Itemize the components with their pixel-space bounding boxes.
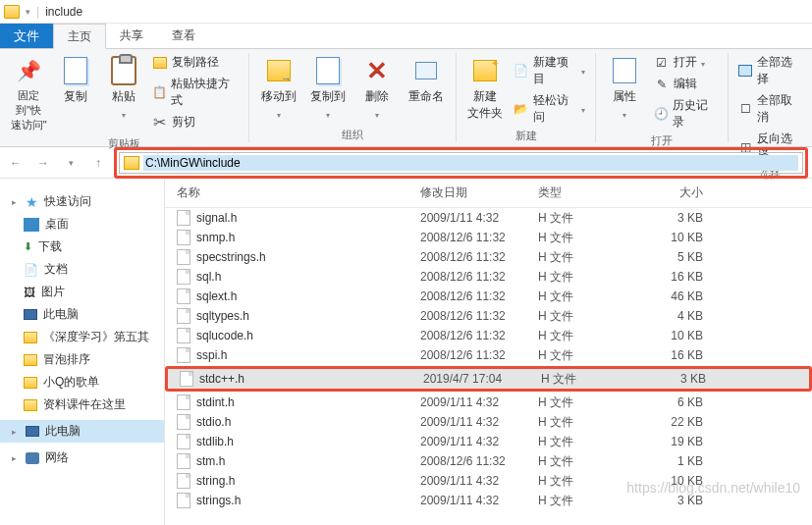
sidebar-folder-deeplearning[interactable]: 《深度学习》第五其 xyxy=(0,326,164,348)
tab-view[interactable]: 查看 xyxy=(158,24,210,48)
ribbon-tabs: 文件 主页 共享 查看 xyxy=(0,24,812,49)
desktop-icon xyxy=(24,218,39,232)
star-icon: ★ xyxy=(26,194,38,210)
address-highlight xyxy=(114,147,808,179)
sidebar-pictures[interactable]: 🖼图片 xyxy=(0,281,164,303)
file-row[interactable]: stdio.h2009/1/11 4:32H 文件22 KB xyxy=(165,412,812,432)
sidebar-desktop[interactable]: 桌面 xyxy=(0,213,164,236)
sidebar-quick-access[interactable]: ▸★快速访问 xyxy=(0,190,164,213)
history-button[interactable]: 🕘历史记录 xyxy=(652,96,720,131)
file-row[interactable]: specstrings.h2008/12/6 11:32H 文件5 KB xyxy=(165,247,812,267)
pin-to-quick-access-button[interactable]: 📌 固定到"快 速访问" xyxy=(8,53,49,134)
copy-button[interactable]: 复制 xyxy=(55,53,96,107)
up-button[interactable]: ↑ xyxy=(86,151,110,175)
file-date: 2019/4/7 17:04 xyxy=(423,372,541,386)
address-bar[interactable] xyxy=(119,152,803,174)
file-type: H 文件 xyxy=(538,249,646,266)
file-type: H 文件 xyxy=(538,434,646,450)
folder-icon xyxy=(24,399,37,411)
cut-button[interactable]: ✂剪切 xyxy=(150,113,241,131)
file-name-text: sql.h xyxy=(196,270,221,284)
paste-button[interactable]: 粘贴 xyxy=(103,53,144,123)
tab-share[interactable]: 共享 xyxy=(106,24,158,48)
qat-down-icon[interactable]: ▾ xyxy=(26,7,30,17)
file-list-pane: 名称 修改日期 类型 大小 signal.h2009/1/11 4:32H 文件… xyxy=(165,179,812,525)
file-size: 10 KB xyxy=(646,474,715,488)
file-date: 2009/1/11 4:32 xyxy=(420,474,538,488)
select-all-button[interactable]: 全部选择 xyxy=(736,53,804,88)
file-row[interactable]: snmp.h2008/12/6 11:32H 文件10 KB xyxy=(165,228,812,247)
edit-button[interactable]: ✎编辑 xyxy=(652,75,720,93)
picture-icon: 🖼 xyxy=(24,286,35,299)
file-date: 2009/1/11 4:32 xyxy=(420,395,538,409)
sidebar-thispc-quick[interactable]: 此电脑 xyxy=(0,303,164,326)
file-row[interactable]: stm.h2008/12/6 11:32H 文件1 KB xyxy=(165,451,812,471)
file-row[interactable]: sqlext.h2008/12/6 11:32H 文件46 KB xyxy=(165,287,812,306)
new-folder-icon xyxy=(473,60,497,81)
column-type[interactable]: 类型 xyxy=(538,184,646,201)
ribbon-group-open: 属性 ☑打开 ✎编辑 🕘历史记录 打开 xyxy=(596,53,729,142)
file-row[interactable]: stdc++.h2019/4/7 17:04H 文件3 KB xyxy=(168,369,809,389)
copy-to-button[interactable]: 复制到 xyxy=(306,53,350,123)
paste-shortcut-button[interactable]: 📋粘贴快捷方式 xyxy=(150,75,241,110)
file-icon xyxy=(177,434,190,449)
file-row[interactable]: stdlib.h2009/1/11 4:32H 文件19 KB xyxy=(165,432,812,451)
new-folder-button[interactable]: 新建 文件夹 xyxy=(464,53,506,124)
file-date: 2008/12/6 11:32 xyxy=(420,289,538,303)
file-row[interactable]: sspi.h2008/12/6 11:32H 文件16 KB xyxy=(165,345,812,365)
file-row[interactable]: sqltypes.h2008/12/6 11:32H 文件4 KB xyxy=(165,306,812,326)
folder-icon xyxy=(4,5,20,19)
file-name-text: stdlib.h xyxy=(196,435,234,448)
file-name-text: sqlucode.h xyxy=(196,329,253,342)
file-row[interactable]: stdint.h2009/1/11 4:32H 文件6 KB xyxy=(165,393,812,412)
column-name[interactable]: 名称 xyxy=(165,184,420,201)
copy-path-button[interactable]: 复制路径 xyxy=(150,53,241,72)
column-size[interactable]: 大小 xyxy=(646,184,715,201)
tab-file[interactable]: 文件 xyxy=(0,24,53,48)
file-row[interactable]: signal.h2009/1/11 4:32H 文件3 KB xyxy=(165,208,812,228)
sidebar-network[interactable]: ▸网络 xyxy=(0,446,164,469)
sidebar-folder-courseware[interactable]: 资料课件在这里 xyxy=(0,394,164,416)
rename-button[interactable]: 重命名 xyxy=(405,53,448,107)
file-row[interactable]: sql.h2008/12/6 11:32H 文件16 KB xyxy=(165,267,812,287)
recent-locations-button[interactable]: ▾ xyxy=(59,151,82,175)
file-type: H 文件 xyxy=(538,230,646,246)
delete-button[interactable]: ✕ 删除 xyxy=(355,53,399,123)
pc-icon xyxy=(26,426,39,437)
content-area: ▸★快速访问 桌面 ⬇下载 📄文档 🖼图片 此电脑 《深度学习》第五其 冒泡排序… xyxy=(0,179,812,525)
sidebar-downloads[interactable]: ⬇下载 xyxy=(0,236,164,258)
file-size: 10 KB xyxy=(646,329,715,342)
folder-icon xyxy=(24,332,37,343)
file-size: 1 KB xyxy=(646,454,715,468)
sidebar-folder-songs[interactable]: 小Q的歌单 xyxy=(0,371,164,394)
file-row[interactable]: sqlucode.h2008/12/6 11:32H 文件10 KB xyxy=(165,326,812,345)
file-type: H 文件 xyxy=(538,414,646,431)
sidebar-folder-bubble[interactable]: 冒泡排序 xyxy=(0,348,164,371)
file-date: 2009/1/11 4:32 xyxy=(420,415,538,429)
window-title: include xyxy=(45,5,82,19)
file-date: 2009/1/11 4:32 xyxy=(420,435,538,448)
back-button[interactable]: ← xyxy=(4,151,27,175)
open-button[interactable]: ☑打开 xyxy=(652,53,720,72)
file-size: 3 KB xyxy=(646,494,715,507)
easy-access-icon: 📂 xyxy=(514,101,528,117)
ribbon: 📌 固定到"快 速访问" 复制 粘贴 复制路径 📋粘贴快捷方式 ✂剪切 剪贴板 xyxy=(0,49,812,147)
file-size: 3 KB xyxy=(649,372,718,386)
sidebar-documents[interactable]: 📄文档 xyxy=(0,258,164,281)
column-date[interactable]: 修改日期 xyxy=(420,184,538,201)
file-row[interactable]: strings.h2009/1/11 4:32H 文件3 KB xyxy=(165,491,812,510)
new-item-button[interactable]: 📄新建项目 xyxy=(512,53,587,88)
forward-button[interactable]: → xyxy=(31,151,55,175)
tab-home[interactable]: 主页 xyxy=(53,24,106,49)
sidebar-thispc[interactable]: ▸此电脑 xyxy=(0,420,164,443)
properties-icon xyxy=(613,58,636,83)
address-input[interactable] xyxy=(143,155,798,171)
move-to-button[interactable]: 移动到 xyxy=(257,53,300,123)
file-row[interactable]: string.h2009/1/11 4:32H 文件10 KB xyxy=(165,471,812,491)
select-none-button[interactable]: ☐全部取消 xyxy=(736,91,804,127)
easy-access-button[interactable]: 📂轻松访问 xyxy=(512,91,587,127)
file-date: 2008/12/6 11:32 xyxy=(420,329,538,342)
file-icon xyxy=(177,414,190,430)
properties-button[interactable]: 属性 xyxy=(604,53,645,123)
file-name-text: stdio.h xyxy=(196,415,231,429)
